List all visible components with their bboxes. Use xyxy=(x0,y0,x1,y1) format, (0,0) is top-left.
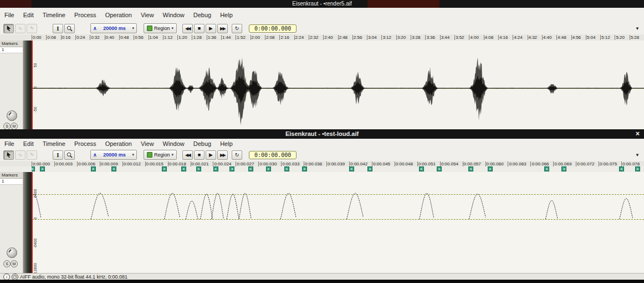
close-icon[interactable]: × xyxy=(636,129,640,139)
region-start-marker[interactable]: > xyxy=(488,166,493,171)
time-display[interactable]: 0:00:00.000 xyxy=(249,24,297,33)
zoom-icon xyxy=(67,152,73,158)
pointer-tool-button[interactable] xyxy=(3,150,14,160)
region-start-marker[interactable]: > xyxy=(302,166,307,171)
playhead-cursor[interactable] xyxy=(32,41,33,129)
amplitude-label: 0 xyxy=(33,210,37,227)
zoom-tool-button[interactable] xyxy=(64,24,75,33)
envelope-plot xyxy=(32,172,644,273)
region-end-marker[interactable]: < xyxy=(213,166,218,171)
clock-glyph xyxy=(13,275,17,279)
amplitude-label: -6400 xyxy=(33,235,37,252)
ruler-label: 0:00.030 xyxy=(258,161,277,166)
marker-row[interactable]: 1 xyxy=(0,179,23,185)
zoom-tool-button[interactable] xyxy=(64,150,75,160)
ruler-label: 5:20 xyxy=(615,35,625,40)
waveform-canvas[interactable]: 500-50 xyxy=(32,41,644,129)
region-end-marker[interactable]: < xyxy=(32,166,35,171)
play-button[interactable]: ▶ xyxy=(206,150,216,160)
ruler-label: 5:04 xyxy=(586,35,596,40)
loop-button[interactable]: ↻ xyxy=(232,150,242,160)
region-button[interactable]: Region ▾ xyxy=(144,23,177,33)
region-start-marker[interactable]: > xyxy=(162,166,167,171)
region-start-marker[interactable]: > xyxy=(196,166,201,171)
ibeam-tool-button[interactable]: I xyxy=(53,150,63,160)
solo-button[interactable]: S xyxy=(3,260,11,267)
menu-operation[interactable]: Operation xyxy=(101,12,136,18)
stop-button[interactable]: ■ xyxy=(194,150,205,160)
chevron-down-icon: ▾ xyxy=(132,153,134,157)
menu-edit[interactable]: Edit xyxy=(19,140,38,147)
stop-button[interactable]: ■ xyxy=(194,24,205,33)
titlebar[interactable]: Eisenkraut - •test-loud.aif × xyxy=(0,129,644,139)
gain-knob[interactable] xyxy=(7,247,17,258)
duration-select[interactable]: ∧ 20000 ms ▾ xyxy=(90,23,137,33)
region-end-marker[interactable]: < xyxy=(248,166,253,171)
region-start-marker[interactable]: > xyxy=(561,166,566,171)
region-end-marker[interactable]: < xyxy=(181,166,186,171)
region-end-marker[interactable]: < xyxy=(619,166,624,171)
playhead-cursor[interactable] xyxy=(32,172,33,273)
menu-file[interactable]: File xyxy=(0,12,19,18)
loop-button[interactable]: ↻ xyxy=(232,24,242,33)
menu-help[interactable]: Help xyxy=(216,12,237,18)
menu-file[interactable]: File xyxy=(0,140,19,147)
region-end-marker[interactable]: < xyxy=(284,166,289,171)
menu-process[interactable]: Process xyxy=(70,140,101,147)
solo-button[interactable]: S xyxy=(3,123,11,129)
menu-help[interactable]: Help xyxy=(216,140,237,147)
menu-view[interactable]: View xyxy=(136,12,159,18)
menu-timeline[interactable]: Timeline xyxy=(38,140,70,147)
region-end-marker[interactable]: < xyxy=(111,166,116,171)
menubar: FileEditTimelineProcessOperationViewWind… xyxy=(0,8,644,23)
menu-process[interactable]: Process xyxy=(70,12,101,18)
region-start-marker[interactable]: > xyxy=(266,166,271,171)
menu-debug[interactable]: Debug xyxy=(189,12,216,18)
region-start-marker[interactable]: > xyxy=(367,166,372,171)
menu-edit[interactable]: Edit xyxy=(19,12,38,18)
forward-button[interactable]: ▶▶ xyxy=(217,24,228,33)
mute-button[interactable]: M xyxy=(11,123,18,129)
ruler-label: 0:00.033 xyxy=(281,161,299,166)
forward-button[interactable]: ▶▶ xyxy=(217,150,228,160)
region-end-marker[interactable]: < xyxy=(349,166,354,171)
ruler-label: 4:56 xyxy=(571,35,581,40)
time-display[interactable]: 0:00:00.000 xyxy=(249,151,297,159)
ruler-label: 0:56 xyxy=(134,35,144,40)
ruler-label: 2:24 xyxy=(294,35,304,40)
panel-toggle-icon[interactable]: ▼ xyxy=(635,153,640,158)
pointer-icon xyxy=(6,151,12,158)
menu-window[interactable]: Window xyxy=(159,140,189,147)
zoom-icon xyxy=(67,26,73,32)
play-button[interactable]: ▶ xyxy=(206,24,216,33)
marker-row[interactable]: 1 xyxy=(0,47,23,53)
region-start-marker[interactable]: > xyxy=(229,166,234,171)
region-start-marker[interactable]: > xyxy=(635,166,640,171)
titlebar[interactable]: Eisenkraut - •render5.aif xyxy=(0,0,644,8)
mute-button[interactable]: M xyxy=(11,260,18,267)
menu-window[interactable]: Window xyxy=(159,12,189,18)
region-end-marker[interactable]: < xyxy=(419,166,424,171)
menu-timeline[interactable]: Timeline xyxy=(38,12,70,18)
region-start-marker[interactable]: > xyxy=(91,166,96,171)
transport-controls: ◀◀ ■ ▶ ▶▶ ↻ xyxy=(182,24,243,33)
ibeam-tool-button[interactable]: I xyxy=(53,24,63,33)
rewind-button[interactable]: ◀◀ xyxy=(182,150,193,160)
menu-debug[interactable]: Debug xyxy=(189,140,216,147)
gain-knob[interactable] xyxy=(7,110,17,121)
rewind-button[interactable]: ◀◀ xyxy=(182,24,193,33)
region-start-marker[interactable]: > xyxy=(40,166,45,171)
ruler-label: 3:36 xyxy=(425,35,435,40)
region-button[interactable]: Region ▾ xyxy=(144,150,177,160)
duration-select[interactable]: ∧ 20000 ms ▾ xyxy=(90,150,137,160)
region-end-marker[interactable]: < xyxy=(544,166,549,171)
waveform-canvas[interactable]: 64000-640012800 xyxy=(32,172,644,273)
menu-view[interactable]: View xyxy=(136,140,159,147)
stop-icon: ■ xyxy=(198,152,201,158)
pointer-tool-button[interactable] xyxy=(3,24,14,33)
region-end-marker[interactable]: < xyxy=(468,166,473,171)
menu-operation[interactable]: Operation xyxy=(101,140,136,147)
pencil-icon: ✎ xyxy=(30,26,34,31)
region-start-marker[interactable]: > xyxy=(437,166,442,171)
panel-toggle-icon[interactable]: ▼ xyxy=(635,26,640,31)
